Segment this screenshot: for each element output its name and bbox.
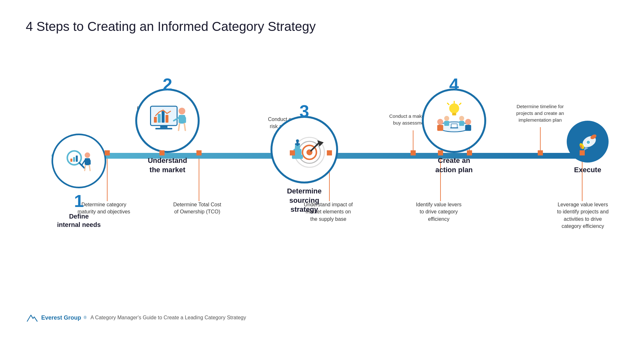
step5-above-callout: Determine timeline for projects and crea… <box>512 103 568 123</box>
everest-logo-icon <box>26 311 39 324</box>
step4-v-line-above1 <box>413 130 413 150</box>
step5-connector-above <box>538 150 543 155</box>
svg-point-42 <box>437 119 443 125</box>
svg-point-48 <box>459 116 464 121</box>
svg-rect-3 <box>73 157 75 162</box>
step1-label: Defineinternal needs <box>57 212 101 229</box>
step3-number-top: 3 <box>299 101 309 121</box>
step5: Execute <box>567 121 609 174</box>
step4-label: Create anaction plan <box>435 156 473 174</box>
logo-area: Everest Group ® A Category Manager's Gui… <box>26 311 246 324</box>
step4: 4 Create anaction plan <box>422 89 486 174</box>
svg-line-22 <box>179 124 180 130</box>
svg-line-40 <box>447 103 449 105</box>
step5-below-callout: Leverage value levers to identify projec… <box>555 201 610 230</box>
svg-rect-2 <box>71 159 72 162</box>
svg-rect-17 <box>166 115 168 123</box>
svg-point-18 <box>179 108 185 115</box>
step2-connector-below <box>196 150 202 155</box>
svg-rect-51 <box>450 127 458 128</box>
step5-label: Execute <box>574 166 601 174</box>
svg-line-9 <box>85 165 85 171</box>
page-title: 4 Steps to Creating an Informed Category… <box>26 19 618 34</box>
svg-line-23 <box>185 124 185 130</box>
step1: 1 Defineinternal needs <box>52 124 106 229</box>
step4-number-top: 4 <box>449 74 459 94</box>
step2: 2 Understandthe market <box>135 89 200 174</box>
logo-tagline: A Category Manager's Guide to Create a L… <box>90 315 246 321</box>
step5-v-line-above <box>540 127 541 150</box>
svg-point-44 <box>465 119 471 125</box>
step4-below-callout: Identify value levers to drive category … <box>414 201 464 223</box>
svg-rect-49 <box>459 121 464 126</box>
svg-line-10 <box>89 165 90 171</box>
step3-connector-above <box>290 150 295 155</box>
svg-rect-47 <box>444 121 449 126</box>
step1-connector1 <box>105 150 110 155</box>
step2-number-top: 2 <box>163 74 172 94</box>
step2-label: Understandthe market <box>148 156 187 174</box>
page-container: 4 Steps to Creating an Informed Category… <box>0 0 644 337</box>
step3-label: Determinesourcingstrategy <box>287 187 322 214</box>
svg-rect-19 <box>179 115 185 124</box>
svg-rect-14 <box>154 117 157 123</box>
step3-connector-below <box>327 150 332 155</box>
svg-point-56 <box>586 140 590 144</box>
timeline-area: 1 Defineinternal needs Determine categor… <box>26 53 618 272</box>
svg-rect-4 <box>76 155 78 162</box>
step1-v-line <box>107 155 108 201</box>
logo-company-name: Everest Group <box>41 314 81 321</box>
svg-rect-15 <box>158 114 161 123</box>
step4-connector-above2 <box>467 150 472 155</box>
execute-circle <box>567 121 609 163</box>
svg-line-1 <box>79 163 84 168</box>
svg-rect-50 <box>451 124 457 127</box>
svg-line-41 <box>459 103 461 105</box>
svg-point-5 <box>85 153 90 158</box>
step5-connector-below <box>580 150 585 155</box>
step3: 3 Determinesourcingstrategy <box>270 116 338 214</box>
svg-rect-6 <box>85 158 90 165</box>
svg-rect-13 <box>156 128 173 130</box>
step2-below-callout: Determine Total Cost of Ownership (TCO) <box>172 201 222 216</box>
svg-point-37 <box>449 103 459 113</box>
svg-rect-12 <box>160 126 168 128</box>
svg-rect-43 <box>437 125 443 131</box>
step4-connector-below <box>438 150 443 155</box>
logo-registered: ® <box>84 315 87 320</box>
step4-connector-above1 <box>411 150 416 155</box>
svg-point-46 <box>444 116 449 121</box>
step1-number: 1 <box>74 191 84 211</box>
step2-connector-above <box>159 150 165 155</box>
svg-point-35 <box>296 139 299 142</box>
svg-rect-34 <box>295 143 300 145</box>
svg-line-7 <box>82 161 85 165</box>
svg-rect-45 <box>465 125 471 131</box>
svg-rect-38 <box>452 113 456 115</box>
svg-rect-16 <box>162 111 165 123</box>
